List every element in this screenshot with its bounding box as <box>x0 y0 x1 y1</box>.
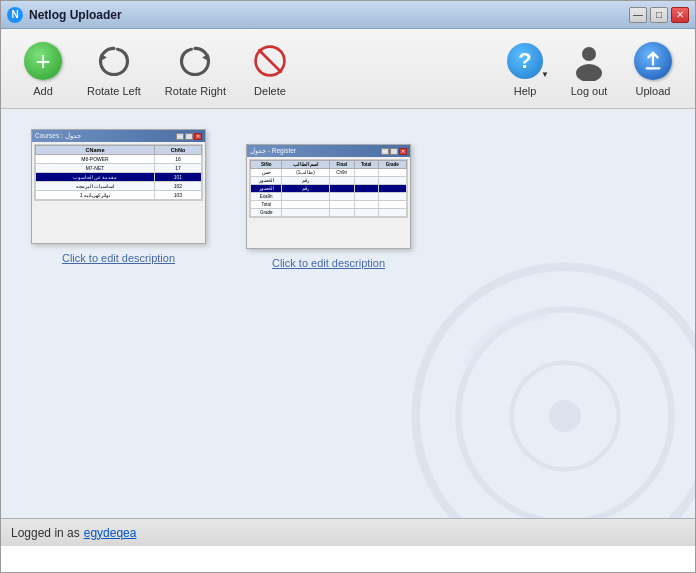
close-button[interactable]: ✕ <box>671 7 689 23</box>
rotate-right-button[interactable]: Rotate Right <box>153 33 238 105</box>
thumbnail-card-2[interactable]: ✕ □ — Register - جدول StNo اسم الطالب <box>246 144 411 269</box>
help-label: Help <box>514 85 537 97</box>
logged-in-text: Logged in as <box>11 526 80 540</box>
logout-label: Log out <box>571 85 608 97</box>
upload-button[interactable]: Upload <box>621 33 685 105</box>
add-label: Add <box>33 85 53 97</box>
add-icon: + <box>23 41 63 81</box>
help-icon: ? ▼ <box>505 41 545 81</box>
title-bar: N Netlog Uploader — □ ✕ <box>1 1 695 29</box>
toolbar-left: + Add Rotate Left <box>11 33 493 105</box>
help-button[interactable]: ? ▼ Help <box>493 33 557 105</box>
watermark-icon <box>405 256 695 546</box>
rotate-right-icon <box>175 41 215 81</box>
rotate-right-label: Rotate Right <box>165 85 226 97</box>
app-icon: N <box>7 7 23 23</box>
add-button[interactable]: + Add <box>11 33 75 105</box>
svg-point-5 <box>576 64 602 81</box>
svg-line-3 <box>259 50 281 72</box>
status-bar: Logged in as egydeqea <box>1 518 695 546</box>
thumbnail-card-1[interactable]: ✕ □ — جدول : Courses CName ChNo <box>31 129 206 264</box>
rotate-left-button[interactable]: Rotate Left <box>75 33 153 105</box>
main-content: ✕ □ — جدول : Courses CName ChNo <box>1 109 695 546</box>
mini-window-2: ✕ □ — Register - جدول StNo اسم الطالب <box>247 145 410 248</box>
delete-icon <box>250 41 290 81</box>
thumbnail-frame-1[interactable]: ✕ □ — جدول : Courses CName ChNo <box>31 129 206 244</box>
delete-label: Delete <box>254 85 286 97</box>
minimize-button[interactable]: — <box>629 7 647 23</box>
svg-point-9 <box>549 400 581 432</box>
toolbar: + Add Rotate Left <box>1 29 695 109</box>
toolbar-right: ? ▼ Help Log out <box>493 33 685 105</box>
thumbnail-frame-2[interactable]: ✕ □ — Register - جدول StNo اسم الطالب <box>246 144 411 249</box>
window-title: Netlog Uploader <box>29 8 122 22</box>
mini-titlebar-1: ✕ □ — جدول : Courses <box>32 130 205 142</box>
username-link[interactable]: egydeqea <box>84 526 137 540</box>
title-bar-left: N Netlog Uploader <box>7 7 122 23</box>
mini-table-1: CName ChNo M6-POWER 16 M7-NET <box>35 145 202 200</box>
upload-label: Upload <box>636 85 671 97</box>
thumbnail-description-2[interactable]: Click to edit description <box>272 257 385 269</box>
logout-icon <box>569 41 609 81</box>
maximize-button[interactable]: □ <box>650 7 668 23</box>
window-controls: — □ ✕ <box>629 7 689 23</box>
rotate-left-label: Rotate Left <box>87 85 141 97</box>
mini-table-2: StNo اسم الطالب Final Total Grade حس <box>250 160 407 217</box>
svg-point-4 <box>582 47 596 61</box>
mini-titlebar-2: ✕ □ — Register - جدول <box>247 145 410 157</box>
mini-window-1: ✕ □ — جدول : Courses CName ChNo <box>32 130 205 243</box>
rotate-left-icon <box>94 41 134 81</box>
logout-button[interactable]: Log out <box>557 33 621 105</box>
upload-icon <box>633 41 673 81</box>
delete-button[interactable]: Delete <box>238 33 302 105</box>
thumbnail-description-1[interactable]: Click to edit description <box>62 252 175 264</box>
